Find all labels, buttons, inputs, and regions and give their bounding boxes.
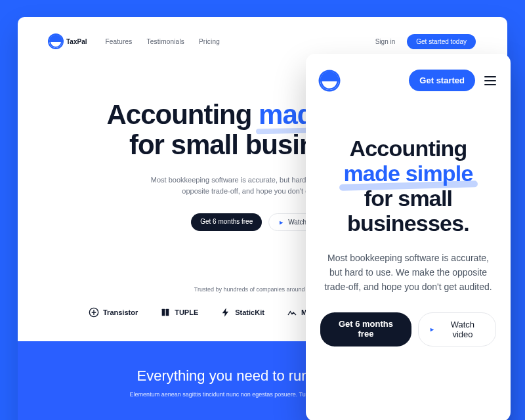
- signin-link[interactable]: Sign in: [375, 38, 396, 45]
- logo-tuple-label: TUPLE: [175, 308, 198, 316]
- mobile-cta-row: Get 6 months free ► Watch video: [320, 312, 496, 346]
- mobile-secondary-button[interactable]: ► Watch video: [418, 312, 496, 346]
- mobile-hero-line4: businesses.: [347, 211, 469, 236]
- mobile-header: Get started: [320, 70, 496, 91]
- mobile-header-right: Get started: [409, 70, 496, 91]
- play-icon: ►: [278, 219, 284, 226]
- nav-testimonials[interactable]: Testimonials: [147, 38, 184, 45]
- primary-nav: Features Testimonials Pricing: [106, 38, 220, 45]
- logo-statickit-label: StaticKit: [235, 308, 264, 316]
- mobile-hero-subtitle: Most bookkeeping software is accurate, b…: [320, 251, 496, 294]
- mobile-primary-button[interactable]: Get 6 months free: [320, 312, 411, 346]
- mobile-hero-title: Accounting made simple for small busines…: [320, 136, 496, 236]
- mobile-hero: Accounting made simple for small busines…: [320, 136, 496, 346]
- header-right: Sign in Get started today: [375, 34, 476, 49]
- get-started-button[interactable]: Get started today: [407, 34, 476, 49]
- nav-features[interactable]: Features: [106, 38, 133, 45]
- mobile-hero-highlight: made simple: [343, 161, 472, 186]
- menu-icon[interactable]: [484, 76, 496, 85]
- brand-logo-icon: [49, 35, 62, 48]
- mirage-icon: [287, 307, 297, 318]
- mobile-get-started-button[interactable]: Get started: [409, 70, 475, 91]
- logo-transistor: Transistor: [89, 307, 138, 318]
- hero-primary-button[interactable]: Get 6 months free: [191, 213, 262, 231]
- transistor-icon: [89, 307, 99, 318]
- desktop-header: TaxPal Features Testimonials Pricing Sig…: [18, 17, 507, 54]
- mobile-hero-line1: Accounting: [350, 136, 467, 161]
- mobile-brand-logo-icon[interactable]: [320, 72, 339, 90]
- svg-rect-1: [162, 309, 165, 316]
- hero-title-line1a: Accounting: [106, 99, 259, 130]
- brand-logo[interactable]: TaxPal: [49, 35, 87, 48]
- tuple-icon: [160, 307, 171, 318]
- nav-pricing[interactable]: Pricing: [199, 38, 220, 45]
- mobile-viewport: Get started Accounting made simple for s…: [306, 54, 511, 420]
- statickit-icon: [220, 307, 231, 318]
- header-left: TaxPal Features Testimonials Pricing: [49, 35, 220, 48]
- brand-name: TaxPal: [66, 38, 87, 45]
- logo-transistor-label: Transistor: [103, 308, 138, 316]
- logo-statickit: StaticKit: [220, 307, 264, 318]
- svg-rect-2: [166, 309, 169, 316]
- mobile-play-icon: ►: [429, 326, 435, 333]
- logo-tuple: TUPLE: [160, 307, 198, 318]
- mobile-secondary-label: Watch video: [440, 320, 485, 339]
